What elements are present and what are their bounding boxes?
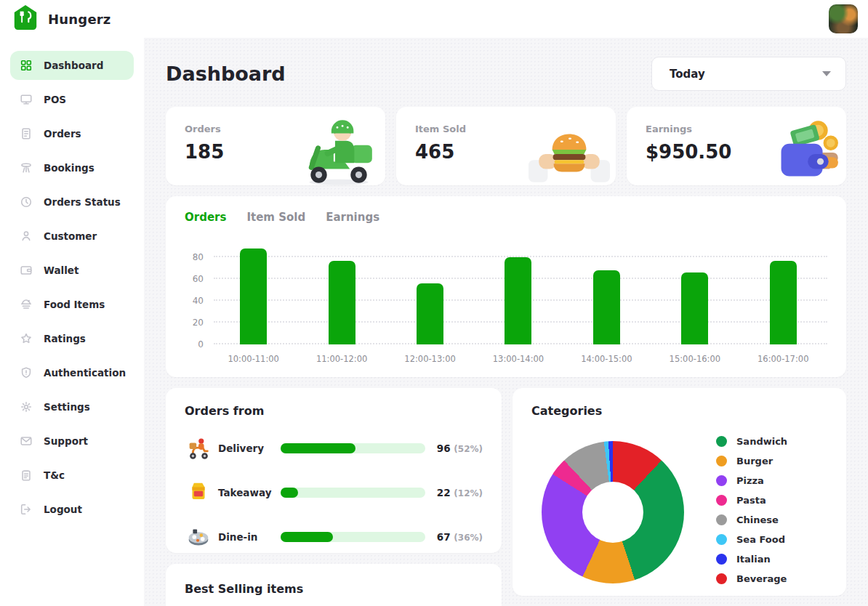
- legend-item-beverage: Beverage: [716, 569, 787, 589]
- legend-item-sea-food: Sea Food: [716, 530, 787, 549]
- orders-from-row-delivery: Delivery96 (52%): [185, 435, 483, 462]
- monitor-icon: [20, 93, 33, 106]
- sidebar-item-ratings[interactable]: Ratings: [10, 324, 134, 353]
- sidebar-item-dashboard[interactable]: Dashboard: [10, 51, 134, 80]
- y-axis-tick: 20: [193, 318, 204, 328]
- mail-icon: [20, 435, 33, 448]
- wallet-coins-illustration: [759, 116, 840, 185]
- delivery-rider-illustration: [298, 116, 379, 185]
- sidebar-item-label: Support: [44, 435, 88, 447]
- legend-dot: [716, 475, 727, 486]
- delivery-scooter-icon: [185, 435, 218, 462]
- sidebar-item-label: Logout: [44, 504, 82, 515]
- categories-title: Categories: [531, 404, 827, 418]
- progress-bar: [281, 488, 425, 498]
- avatar[interactable]: [829, 4, 858, 33]
- x-axis-label: 13:00-14:00: [474, 354, 562, 364]
- wallet-icon: [20, 264, 33, 277]
- bar-13-00-14-00: [505, 257, 531, 344]
- sidebar-item-label: T&c: [44, 469, 65, 481]
- stat-card-earnings: Earnings$950.50: [627, 107, 846, 185]
- document-icon: [20, 127, 33, 140]
- sidebar-item-logout[interactable]: Logout: [10, 495, 134, 524]
- bar-16-00-17-00: [770, 261, 797, 345]
- x-axis-label: 12:00-13:00: [386, 354, 474, 364]
- legend-item-pizza: Pizza: [716, 471, 787, 490]
- bar-chart-plot: [209, 244, 827, 344]
- x-axis-label: 14:00-15:00: [563, 354, 651, 364]
- bar-15-00-16-00: [681, 272, 708, 344]
- star-icon: [20, 332, 33, 345]
- x-axis-label: 10:00-11:00: [209, 354, 297, 364]
- period-selector[interactable]: Today: [651, 57, 846, 91]
- categories-legend: SandwichBurgerPizzaPastaChineseSea FoodI…: [716, 432, 787, 589]
- orders-from-value: 67 (36%): [437, 531, 483, 543]
- y-axis-tick: 0: [198, 339, 204, 350]
- bar-12-00-13-00: [417, 283, 443, 344]
- sidebar-item-label: Authentication: [44, 367, 126, 379]
- fork-knife-house-icon: [12, 4, 39, 34]
- sidebar-item-bookings[interactable]: Bookings: [10, 153, 134, 182]
- sidebar-item-support[interactable]: Support: [10, 427, 134, 456]
- best-selling-title: Best Selling items: [185, 582, 483, 596]
- legend-label: Beverage: [736, 573, 787, 584]
- legend-item-italian: Italian: [716, 549, 787, 569]
- legend-dot: [716, 436, 727, 447]
- orders-from-card: Orders from Delivery96 (52%)Takeaway22 (…: [166, 388, 502, 553]
- topbar: Hungerz: [0, 0, 868, 38]
- sidebar-item-orders[interactable]: Orders: [10, 119, 134, 148]
- x-axis-label: 16:00-17:00: [739, 354, 827, 364]
- categories-donut-chart: [542, 441, 684, 583]
- legend-item-burger: Burger: [716, 451, 787, 471]
- dine-in-table-icon: [185, 523, 218, 551]
- chart-tab-orders[interactable]: Orders: [185, 211, 226, 224]
- dish-icon: [20, 298, 33, 311]
- bar-chart-x-axis: 10:00-11:0011:00-12:0012:00-13:0013:00-1…: [209, 354, 827, 364]
- sidebar-item-settings[interactable]: Settings: [10, 392, 134, 421]
- legend-dot: [716, 573, 727, 584]
- sidebar-item-wallet[interactable]: Wallet: [10, 256, 134, 285]
- orders-from-label: Takeaway: [218, 487, 281, 498]
- bar-11-00-12-00: [329, 261, 355, 345]
- progress-bar: [281, 532, 425, 542]
- legend-item-pasta: Pasta: [716, 490, 787, 510]
- orders-from-title: Orders from: [185, 404, 483, 418]
- legend-label: Burger: [736, 456, 773, 466]
- stats-row: Orders185Item Sold465Earnings$950.50: [166, 107, 846, 185]
- bar-14-00-15-00: [593, 270, 620, 344]
- bar-chart: 020406080: [185, 244, 827, 344]
- period-selector-value: Today: [670, 68, 705, 81]
- sidebar-item-label: Wallet: [44, 264, 79, 276]
- shield-icon: [20, 366, 33, 379]
- sidebar-item-t-c[interactable]: T&c: [10, 461, 134, 490]
- legend-label: Italian: [736, 554, 771, 565]
- chart-tab-earnings[interactable]: Earnings: [326, 211, 379, 224]
- legend-dot: [716, 514, 727, 525]
- orders-from-row-dine-in: Dine-in67 (36%): [185, 523, 483, 551]
- sidebar-item-authentication[interactable]: Authentication: [10, 358, 134, 387]
- chart-tabs: OrdersItem SoldEarnings: [185, 211, 827, 224]
- clock-icon: [20, 195, 33, 209]
- sidebar-item-label: Settings: [44, 401, 90, 413]
- chart-tab-item-sold[interactable]: Item Sold: [246, 211, 305, 224]
- legend-dot: [716, 534, 727, 545]
- sidebar-item-food-items[interactable]: Food Items: [10, 290, 134, 319]
- legend-dot: [716, 554, 727, 565]
- y-axis-tick: 60: [193, 274, 204, 284]
- sidebar-nav: DashboardPOSOrdersBookingsOrders StatusC…: [10, 51, 134, 524]
- orders-from-label: Delivery: [218, 443, 281, 454]
- burger-hands-illustration: [529, 116, 610, 185]
- sidebar-item-pos[interactable]: POS: [10, 85, 134, 114]
- orders-from-label: Dine-in: [218, 531, 281, 543]
- legend-label: Sandwich: [736, 436, 787, 447]
- sidebar-item-orders-status[interactable]: Orders Status: [10, 187, 134, 217]
- legend-dot: [716, 456, 727, 466]
- legend-label: Pizza: [736, 475, 764, 486]
- orders-from-row-takeaway: Takeaway22 (12%): [185, 479, 483, 506]
- categories-card: Categories SandwichBurgerPizzaPastaChine…: [513, 388, 846, 596]
- table-icon: [20, 161, 33, 174]
- sidebar: DashboardPOSOrdersBookingsOrders StatusC…: [0, 38, 144, 606]
- sidebar-item-customer[interactable]: Customer: [10, 222, 134, 251]
- legend-dot: [716, 495, 727, 506]
- sidebar-item-label: Food Items: [44, 299, 105, 310]
